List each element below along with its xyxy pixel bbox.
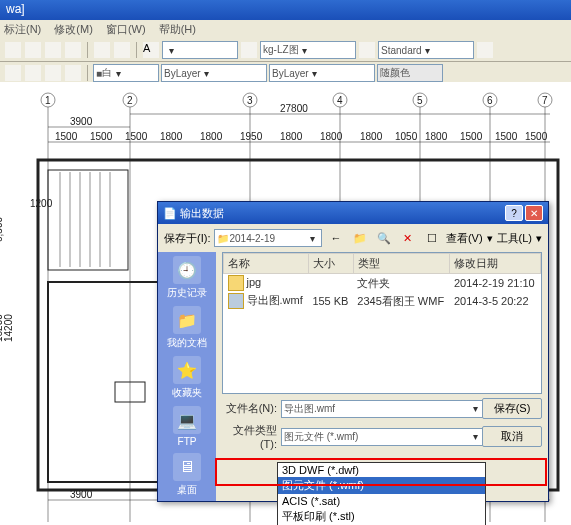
col-date[interactable]: 修改日期 [450,254,541,274]
style-combo[interactable]: Standard▾ [378,41,474,59]
svg-text:1500: 1500 [495,131,518,142]
tool-btn[interactable] [4,41,22,59]
tool-btn[interactable] [64,64,82,82]
place-favorites[interactable]: ⭐收藏夹 [172,356,202,400]
filetype-combo[interactable]: 图元文件 (*.wmf)▾ [281,428,484,446]
back-button[interactable]: ← [326,228,346,248]
filetype-option[interactable]: ACIS (*.sat) [278,494,485,508]
svg-text:6,500: 6,500 [0,217,4,242]
svg-text:1500: 1500 [125,131,148,142]
tool-btn[interactable] [44,64,62,82]
svg-text:1500: 1500 [525,131,548,142]
tool-btn[interactable] [358,41,376,59]
file-list[interactable]: 名称 大小 类型 修改日期 jpg 文件夹2014-2-19 21:10 导出图… [222,252,542,394]
svg-text:4: 4 [337,95,343,106]
tool-btn[interactable] [24,64,42,82]
tools-menu[interactable]: 工具(L) [497,231,532,246]
color-combo[interactable]: ■ 白▾ [93,64,159,82]
svg-text:1800: 1800 [320,131,343,142]
up-button[interactable]: 📁 [350,228,370,248]
svg-text:2: 2 [127,95,133,106]
svg-text:1800: 1800 [425,131,448,142]
filename-input[interactable]: 导出图.wmf▾ [281,400,484,418]
tool-btn[interactable] [44,41,62,59]
close-button[interactable]: ✕ [525,205,543,221]
combo-a[interactable]: ▾ [162,41,238,59]
svg-text:1050: 1050 [395,131,418,142]
plotstyle-combo: 随颜色 [377,64,443,82]
ftp-icon: 💻 [173,406,201,434]
menu-window[interactable]: 窗口(W) [106,23,146,35]
folder-icon: 📁 [173,306,201,334]
svg-text:5: 5 [417,95,423,106]
tool-btn[interactable] [4,64,22,82]
history-icon: 🕘 [173,256,201,284]
lineweight-combo[interactable]: ByLayer▾ [269,64,375,82]
save-button[interactable]: 保存(S) [482,398,542,419]
search-button[interactable]: 🔍 [374,228,394,248]
menu-help[interactable]: 帮助(H) [159,23,196,35]
col-size[interactable]: 大小 [308,254,353,274]
place-history[interactable]: 🕘历史记录 [167,256,207,300]
svg-text:3900: 3900 [70,489,93,500]
tool-btn[interactable] [476,41,494,59]
svg-text:3900: 3900 [70,116,93,127]
delete-button[interactable]: ✕ [398,228,418,248]
filetype-option[interactable]: 3D DWF (*.dwf) [278,463,485,477]
col-name[interactable]: 名称 [224,254,309,274]
lookin-combo[interactable]: 📁 2014-2-19▾ [214,229,321,247]
app-titlebar: wa] [0,0,571,20]
svg-text:6: 6 [487,95,493,106]
view-menu[interactable]: 查看(V) [446,231,483,246]
svg-text:1800: 1800 [200,131,223,142]
cancel-button[interactable]: 取消 [482,426,542,447]
export-dialog: 📄 输出数据 ? ✕ 保存于(I): 📁 2014-2-19▾ ← 📁 🔍 ✕ … [157,201,549,502]
svg-text:1950: 1950 [240,131,263,142]
places-bar: 🕘历史记录 📁我的文档 ⭐收藏夹 💻FTP 🖥桌面 [158,252,216,501]
file-icon [228,293,244,309]
layer-combo[interactable]: kg-LZ图▾ [260,41,356,59]
svg-text:1800: 1800 [160,131,183,142]
svg-text:1: 1 [45,95,51,106]
svg-text:27800: 27800 [280,103,308,114]
toolbar-1: A ▾ kg-LZ图▾ Standard▾ [0,39,571,62]
menu-dim[interactable]: 标注(N) [4,23,41,35]
filetype-dropdown[interactable]: 3D DWF (*.dwf) 图元文件 (*.wmf) ACIS (*.sat)… [277,462,486,525]
help-button[interactable]: ? [505,205,523,221]
tool-btn[interactable]: A [142,41,160,59]
tool-btn[interactable] [240,41,258,59]
svg-text:1500: 1500 [90,131,113,142]
place-mydocs[interactable]: 📁我的文档 [167,306,207,350]
place-desktop[interactable]: 🖥桌面 [173,453,201,497]
file-row[interactable]: 导出图.wmf 155 KB2345看图王 WMF2014-3-5 20:22 [224,292,541,310]
col-type[interactable]: 类型 [353,254,450,274]
newfolder-button[interactable]: ☐ [422,228,442,248]
linetype-combo[interactable]: ByLayer▾ [161,64,267,82]
filetype-label: 文件类型(T): [222,423,277,450]
filename-label: 文件名(N): [222,401,277,416]
tool-btn[interactable] [24,41,42,59]
tool-btn[interactable] [93,41,111,59]
svg-text:1800: 1800 [280,131,303,142]
menubar[interactable]: 标注(N) 修改(M) 窗口(W) 帮助(H) [0,20,571,39]
dialog-titlebar[interactable]: 📄 输出数据 ? ✕ [158,202,548,224]
tool-btn[interactable] [113,41,131,59]
svg-text:14200: 14200 [3,314,14,342]
svg-text:1500: 1500 [55,131,78,142]
filetype-option-selected[interactable]: 图元文件 (*.wmf) [278,477,485,494]
svg-text:3: 3 [247,95,253,106]
folder-icon [228,275,244,291]
svg-text:1200: 1200 [30,198,53,209]
svg-text:1500: 1500 [460,131,483,142]
lookin-label: 保存于(I): [164,231,210,246]
export-icon: 📄 [163,207,177,219]
filetype-option[interactable]: 平板印刷 (*.stl) [278,508,485,525]
file-row[interactable]: jpg 文件夹2014-2-19 21:10 [224,274,541,293]
svg-text:7: 7 [542,95,548,106]
star-icon: ⭐ [173,356,201,384]
dialog-title-text: 输出数据 [180,207,224,219]
desktop-icon: 🖥 [173,453,201,481]
tool-btn[interactable] [64,41,82,59]
place-ftp[interactable]: 💻FTP [173,406,201,447]
menu-modify[interactable]: 修改(M) [54,23,93,35]
